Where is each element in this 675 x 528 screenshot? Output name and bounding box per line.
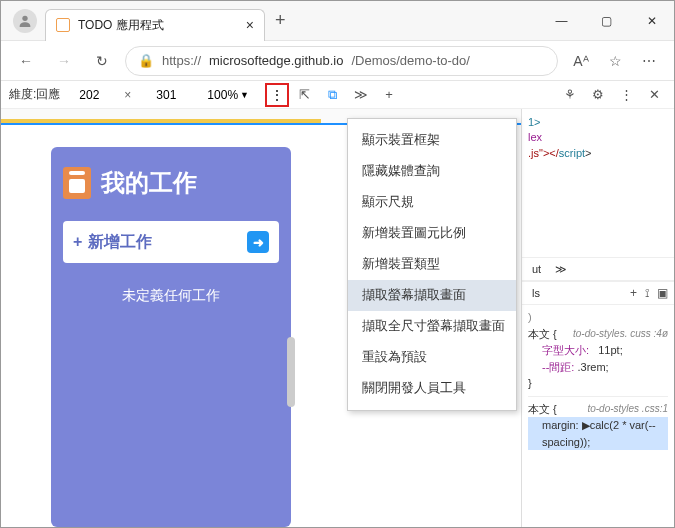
code-frag: lex xyxy=(528,131,542,143)
minimize-button[interactable]: — xyxy=(539,1,584,41)
styles-label[interactable]: ls xyxy=(528,285,544,301)
add-task-field[interactable]: + 新增工作 ➜ xyxy=(63,221,279,263)
devtools-close-icon[interactable]: ✕ xyxy=(642,83,666,107)
menu-item-capture-full-screenshot[interactable]: 擷取全尺寸螢幕擷取畫面 xyxy=(348,311,516,342)
browser-tab[interactable]: TODO 應用程式 × xyxy=(45,9,265,41)
code-frag: 1> xyxy=(528,116,541,128)
prop-value[interactable]: .3rem; xyxy=(577,361,608,373)
menu-item-capture-screenshot[interactable]: 擷取螢幕擷取畫面 xyxy=(348,280,516,311)
settings-icon[interactable]: ⚙ xyxy=(586,83,610,107)
content-area: 我的工作 + 新增工作 ➜ 未定義任何工作 顯示裝置框架 隱藏媒體查詢 顯示尺規… xyxy=(1,109,674,527)
menu-item-add-device-type[interactable]: 新增裝置類型 xyxy=(348,249,516,280)
selector: 本文 xyxy=(528,403,550,415)
address-bar: ← → ↻ 🔒 https://microsoftedge.github.io/… xyxy=(1,41,674,81)
clipboard-icon xyxy=(63,167,91,199)
menu-item-add-dpr[interactable]: 新增裝置圖元比例 xyxy=(348,218,516,249)
tab-label[interactable]: ut xyxy=(528,261,545,277)
titlebar: TODO 應用程式 × + — ▢ ✕ xyxy=(1,1,674,41)
prop-line[interactable]: margin: ▶calc(2 * var(--spacing)); xyxy=(542,419,656,448)
toggle-device-icon[interactable]: ⧉ xyxy=(321,83,345,107)
styles-toolbar: ut ≫ xyxy=(522,257,674,281)
scrollbar[interactable] xyxy=(287,337,295,407)
screencast-icon[interactable]: ⇱ xyxy=(293,83,317,107)
url-host: microsoftedge.github.io xyxy=(209,53,343,68)
selector: 本文 xyxy=(528,328,550,340)
device-viewport: 我的工作 + 新增工作 ➜ 未定義任何工作 xyxy=(1,127,341,527)
devtools-panel: 1> lex .js"></script> ut ≫ ls + ⟟ ▣ ) 本文… xyxy=(521,109,674,527)
lock-icon: 🔒 xyxy=(138,53,154,68)
height-input[interactable] xyxy=(141,85,191,105)
zoom-caret-icon[interactable]: ▼ xyxy=(240,90,249,100)
devtools-more-icon[interactable]: ⋮ xyxy=(614,83,638,107)
add-task-label: 新增工作 xyxy=(88,232,152,253)
favorite-icon[interactable]: ☆ xyxy=(600,46,630,76)
elements-code[interactable]: 1> lex .js"></script> xyxy=(522,109,674,167)
empty-state-text: 未定義任何工作 xyxy=(63,287,279,305)
url-field[interactable]: 🔒 https://microsoftedge.github.io/Demos/… xyxy=(125,46,558,76)
reload-button[interactable]: ↻ xyxy=(87,46,117,76)
add-tab-icon[interactable]: + xyxy=(377,83,401,107)
issues-icon[interactable]: ⚘ xyxy=(558,83,582,107)
prop-name: --間距: xyxy=(542,361,574,373)
prop-value[interactable]: 11pt; xyxy=(598,344,622,356)
tab-close-icon[interactable]: × xyxy=(246,17,254,33)
back-button[interactable]: ← xyxy=(11,46,41,76)
plus-icon: + xyxy=(73,233,82,251)
code-frag: > xyxy=(585,147,591,159)
menu-item-show-device-frame[interactable]: 顯示裝置框架 xyxy=(348,125,516,156)
source-file[interactable]: to-do-styles. cuss :4ø xyxy=(573,326,668,341)
brush-icon[interactable]: ⟟ xyxy=(645,286,649,300)
popout-icon[interactable]: ▣ xyxy=(657,286,668,300)
more-tabs-icon[interactable]: ≫ xyxy=(349,83,373,107)
menu-item-reset-defaults[interactable]: 重設為預設 xyxy=(348,342,516,373)
browser-more-icon[interactable]: ⋯ xyxy=(634,46,664,76)
styles-pane[interactable]: ) 本文 {to-do-styles. cuss :4ø 字型大小: 11pt;… xyxy=(522,305,674,454)
app-header: 我的工作 xyxy=(63,167,279,199)
new-style-icon[interactable]: + xyxy=(630,286,637,300)
code-frag: script xyxy=(559,147,585,159)
source-file[interactable]: to-do-styles .css:1 xyxy=(587,401,668,416)
todo-app: 我的工作 + 新增工作 ➜ 未定義任何工作 xyxy=(51,147,291,527)
tab-title: TODO 應用程式 xyxy=(78,17,164,34)
device-more-button[interactable]: ⋮ xyxy=(265,83,289,107)
read-aloud-icon[interactable]: Aᴬ xyxy=(566,46,596,76)
device-options-menu: 顯示裝置框架 隱藏媒體查詢 顯示尺規 新增裝置圖元比例 新增裝置類型 擷取螢幕擷… xyxy=(347,118,517,411)
tab-favicon xyxy=(56,18,70,32)
media-query-bar[interactable] xyxy=(1,119,321,123)
styles-toolbar-2: ls + ⟟ ▣ xyxy=(522,281,674,305)
app-title: 我的工作 xyxy=(101,167,197,199)
menu-item-hide-media-queries[interactable]: 隱藏媒體查詢 xyxy=(348,156,516,187)
window-controls: — ▢ ✕ xyxy=(539,1,674,41)
prop-name: 字型大小: xyxy=(542,344,589,356)
width-input[interactable] xyxy=(64,85,114,105)
forward-button: → xyxy=(49,46,79,76)
device-toolbar: 維度:回應 × 100% ▼ ⋮ ⇱ ⧉ ≫ + ⚘ ⚙ ⋮ ✕ xyxy=(1,81,674,109)
zoom-value[interactable]: 100% xyxy=(207,88,238,102)
code-frag: .js"></ xyxy=(528,147,559,159)
submit-task-button[interactable]: ➜ xyxy=(247,231,269,253)
url-scheme: https:// xyxy=(162,53,201,68)
maximize-button[interactable]: ▢ xyxy=(584,1,629,41)
dimension-separator: × xyxy=(118,88,137,102)
svg-point-0 xyxy=(22,15,27,20)
close-window-button[interactable]: ✕ xyxy=(629,1,674,41)
profile-avatar[interactable] xyxy=(13,9,37,33)
tab-chevron-icon[interactable]: ≫ xyxy=(551,261,571,278)
menu-item-close-devtools[interactable]: 關閉開發人員工具 xyxy=(348,373,516,404)
menu-item-show-rulers[interactable]: 顯示尺規 xyxy=(348,187,516,218)
new-tab-button[interactable]: + xyxy=(265,10,296,31)
dimensions-label[interactable]: 維度:回應 xyxy=(9,86,60,103)
url-path: /Demos/demo-to-do/ xyxy=(351,53,470,68)
